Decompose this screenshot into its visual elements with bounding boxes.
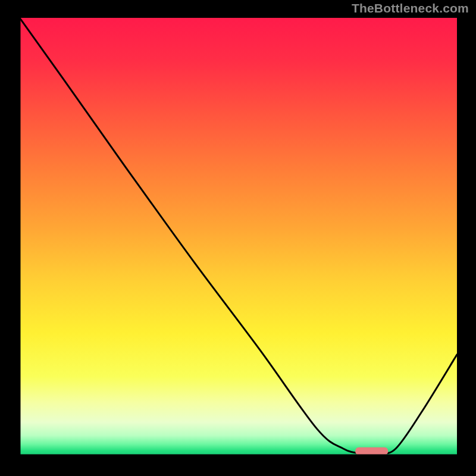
plot-background-gradient (20, 18, 457, 455)
minimum-marker (355, 447, 388, 455)
chart-frame: { "watermark": "TheBottleneck.com", "col… (0, 0, 476, 476)
bottleneck-chart (0, 0, 476, 476)
